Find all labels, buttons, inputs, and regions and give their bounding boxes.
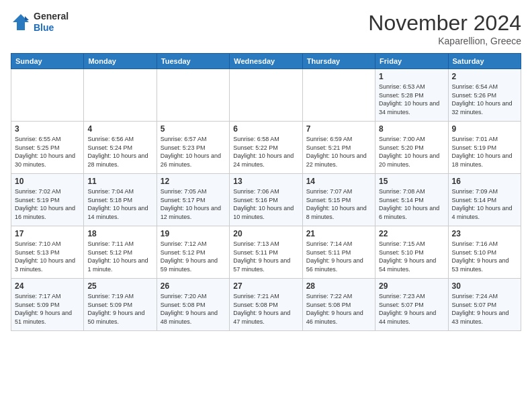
day-header-wednesday: Wednesday [230,54,302,69]
calendar-week-1: 1Sunrise: 6:53 AM Sunset: 5:28 PM Daylig… [11,69,521,122]
day-number: 9 [452,124,517,134]
day-header-sunday: Sunday [11,54,84,69]
logo-blue: Blue [34,22,54,33]
calendar-cell: 9Sunrise: 7:01 AM Sunset: 5:19 PM Daylig… [448,122,521,174]
calendar-cell: 13Sunrise: 7:06 AM Sunset: 5:16 PM Dayli… [230,174,302,226]
calendar-cell: 21Sunrise: 7:14 AM Sunset: 5:11 PM Dayli… [302,226,375,279]
day-number: 28 [306,281,371,291]
day-number: 19 [161,229,226,238]
day-number: 27 [233,281,298,291]
day-info: Sunrise: 7:06 AM Sunset: 5:16 PM Dayligh… [233,187,298,221]
day-number: 5 [161,124,226,134]
day-info: Sunrise: 7:07 AM Sunset: 5:15 PM Dayligh… [306,187,371,221]
day-header-friday: Friday [375,54,448,69]
day-info: Sunrise: 6:57 AM Sunset: 5:23 PM Dayligh… [161,135,226,169]
day-number: 15 [379,177,444,186]
calendar-cell: 14Sunrise: 7:07 AM Sunset: 5:15 PM Dayli… [302,174,375,226]
calendar-week-3: 10Sunrise: 7:02 AM Sunset: 5:19 PM Dayli… [11,174,521,226]
logo: General Blue [11,11,69,34]
calendar-cell: 2Sunrise: 6:54 AM Sunset: 5:26 PM Daylig… [448,69,521,122]
calendar-cell: 26Sunrise: 7:20 AM Sunset: 5:08 PM Dayli… [157,279,229,331]
day-info: Sunrise: 6:59 AM Sunset: 5:21 PM Dayligh… [306,135,371,169]
day-number: 21 [306,229,371,238]
calendar-cell [302,69,375,122]
calendar-cell: 27Sunrise: 7:21 AM Sunset: 5:08 PM Dayli… [230,279,302,331]
day-number: 16 [452,177,517,186]
day-header-thursday: Thursday [302,54,375,69]
day-number: 14 [306,177,371,186]
calendar-cell: 12Sunrise: 7:05 AM Sunset: 5:17 PM Dayli… [157,174,229,226]
day-info: Sunrise: 7:01 AM Sunset: 5:19 PM Dayligh… [452,135,517,169]
day-info: Sunrise: 7:21 AM Sunset: 5:08 PM Dayligh… [233,292,298,326]
day-info: Sunrise: 7:17 AM Sunset: 5:09 PM Dayligh… [15,292,80,326]
day-info: Sunrise: 7:24 AM Sunset: 5:07 PM Dayligh… [452,292,517,326]
day-info: Sunrise: 7:12 AM Sunset: 5:12 PM Dayligh… [161,240,226,273]
day-number: 12 [161,177,226,186]
day-number: 1 [379,72,444,81]
location-subtitle: Kaparellion, Greece [368,36,521,46]
calendar-cell: 30Sunrise: 7:24 AM Sunset: 5:07 PM Dayli… [448,279,521,331]
logo-text: General Blue [34,11,69,34]
day-header-saturday: Saturday [448,54,521,69]
calendar-cell: 18Sunrise: 7:11 AM Sunset: 5:12 PM Dayli… [84,226,157,279]
calendar-cell: 15Sunrise: 7:08 AM Sunset: 5:14 PM Dayli… [375,174,448,226]
calendar-cell: 8Sunrise: 7:00 AM Sunset: 5:20 PM Daylig… [375,122,448,174]
day-info: Sunrise: 7:20 AM Sunset: 5:08 PM Dayligh… [161,292,226,326]
day-info: Sunrise: 6:53 AM Sunset: 5:28 PM Dayligh… [379,83,444,116]
day-info: Sunrise: 7:22 AM Sunset: 5:08 PM Dayligh… [306,292,371,326]
day-info: Sunrise: 7:11 AM Sunset: 5:12 PM Dayligh… [87,240,152,273]
calendar-cell: 1Sunrise: 6:53 AM Sunset: 5:28 PM Daylig… [375,69,448,122]
calendar-cell: 10Sunrise: 7:02 AM Sunset: 5:19 PM Dayli… [11,174,84,226]
calendar-cell: 20Sunrise: 7:13 AM Sunset: 5:11 PM Dayli… [230,226,302,279]
day-number: 18 [87,229,152,238]
day-info: Sunrise: 6:54 AM Sunset: 5:26 PM Dayligh… [452,83,517,116]
day-number: 30 [452,281,517,291]
day-number: 6 [233,124,298,134]
calendar-cell: 24Sunrise: 7:17 AM Sunset: 5:09 PM Dayli… [11,279,84,331]
calendar-week-2: 3Sunrise: 6:55 AM Sunset: 5:25 PM Daylig… [11,122,521,174]
day-number: 2 [452,72,517,81]
calendar-cell: 25Sunrise: 7:19 AM Sunset: 5:09 PM Dayli… [84,279,157,331]
day-number: 4 [87,124,152,134]
day-number: 8 [379,124,444,134]
day-info: Sunrise: 7:13 AM Sunset: 5:11 PM Dayligh… [233,240,298,273]
calendar-cell: 5Sunrise: 6:57 AM Sunset: 5:23 PM Daylig… [157,122,229,174]
day-info: Sunrise: 7:10 AM Sunset: 5:13 PM Dayligh… [15,240,80,273]
day-info: Sunrise: 7:19 AM Sunset: 5:09 PM Dayligh… [87,292,152,326]
page-header: General Blue November 2024 Kaparellion, … [11,11,521,46]
day-headers-row: SundayMondayTuesdayWednesdayThursdayFrid… [11,54,521,69]
day-number: 29 [379,281,444,291]
calendar-cell: 17Sunrise: 7:10 AM Sunset: 5:13 PM Dayli… [11,226,84,279]
month-title: November 2024 [368,11,521,36]
day-number: 26 [161,281,226,291]
day-number: 11 [87,177,152,186]
day-number: 17 [15,229,80,238]
logo-icon [11,12,31,32]
calendar-cell: 23Sunrise: 7:16 AM Sunset: 5:10 PM Dayli… [448,226,521,279]
logo-general: General [34,11,69,21]
day-number: 24 [15,281,80,291]
day-info: Sunrise: 7:14 AM Sunset: 5:11 PM Dayligh… [306,240,371,273]
calendar-cell: 29Sunrise: 7:23 AM Sunset: 5:07 PM Dayli… [375,279,448,331]
day-info: Sunrise: 7:09 AM Sunset: 5:14 PM Dayligh… [452,187,517,221]
calendar-cell [230,69,302,122]
day-header-monday: Monday [84,54,157,69]
day-info: Sunrise: 7:23 AM Sunset: 5:07 PM Dayligh… [379,292,444,326]
calendar-cell: 3Sunrise: 6:55 AM Sunset: 5:25 PM Daylig… [11,122,84,174]
calendar-table: SundayMondayTuesdayWednesdayThursdayFrid… [11,53,521,331]
calendar-cell [157,69,229,122]
calendar-cell: 22Sunrise: 7:15 AM Sunset: 5:10 PM Dayli… [375,226,448,279]
day-number: 25 [87,281,152,291]
day-info: Sunrise: 7:16 AM Sunset: 5:10 PM Dayligh… [452,240,517,273]
day-info: Sunrise: 7:00 AM Sunset: 5:20 PM Dayligh… [379,135,444,169]
calendar-cell: 11Sunrise: 7:04 AM Sunset: 5:18 PM Dayli… [84,174,157,226]
day-info: Sunrise: 7:08 AM Sunset: 5:14 PM Dayligh… [379,187,444,221]
svg-marker-0 [13,14,29,30]
day-header-tuesday: Tuesday [157,54,229,69]
day-info: Sunrise: 6:55 AM Sunset: 5:25 PM Dayligh… [15,135,80,169]
calendar-cell: 7Sunrise: 6:59 AM Sunset: 5:21 PM Daylig… [302,122,375,174]
day-number: 13 [233,177,298,186]
calendar-cell: 28Sunrise: 7:22 AM Sunset: 5:08 PM Dayli… [302,279,375,331]
day-info: Sunrise: 7:02 AM Sunset: 5:19 PM Dayligh… [15,187,80,221]
calendar-cell: 16Sunrise: 7:09 AM Sunset: 5:14 PM Dayli… [448,174,521,226]
